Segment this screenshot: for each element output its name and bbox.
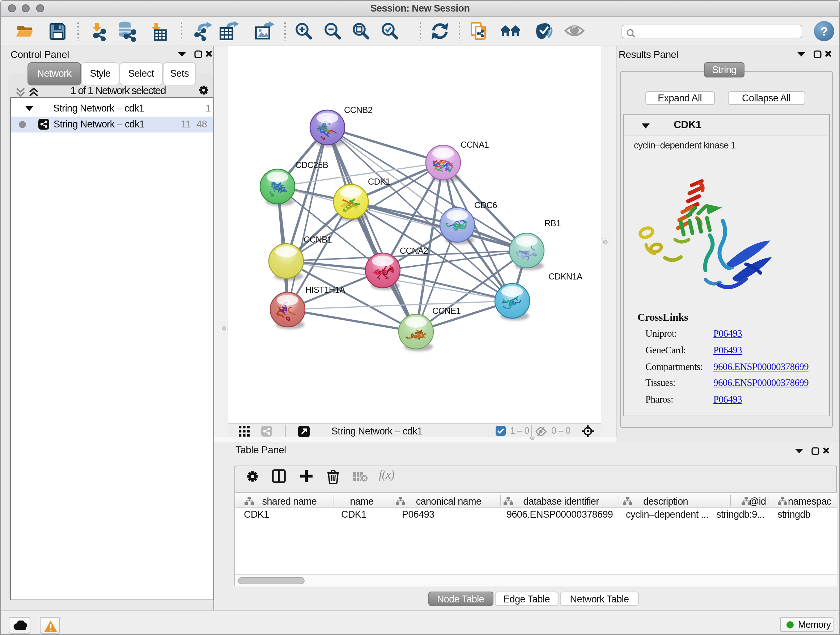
svg-text:CDK1: CDK1 [368, 177, 390, 187]
svg-text:?: ? [820, 24, 827, 38]
svg-text:CDC25B: CDC25B [295, 160, 328, 170]
svg-text:CDKN1A: CDKN1A [548, 272, 583, 281]
svg-text:HIST1H1A: HIST1H1A [305, 285, 345, 295]
svg-text:CCNE1: CCNE1 [432, 306, 461, 316]
svg-text:CCNA1: CCNA1 [461, 140, 489, 149]
svg-text:CCNB1: CCNB1 [303, 234, 332, 244]
svg-text:CCNB2: CCNB2 [344, 105, 373, 115]
svg-text:CCNA2: CCNA2 [400, 246, 428, 256]
svg-text:CDC6: CDC6 [474, 200, 497, 210]
svg-text:RB1: RB1 [545, 218, 561, 228]
